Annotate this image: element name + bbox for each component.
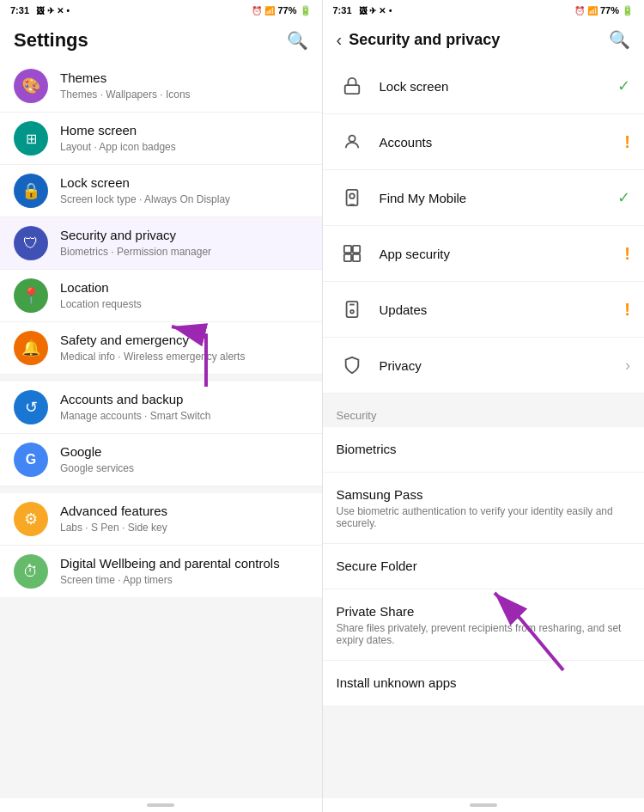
settings-panel: 7:31 🖼 ✈ ✕ • ⏰ 📶 77% 🔋 Settings 🔍 🎨 Them… bbox=[0, 0, 323, 812]
security-icon: 🛡 bbox=[14, 226, 48, 260]
private-share-text: Private Share Share files privately, pre… bbox=[337, 603, 631, 647]
sec-privacy-indicator: › bbox=[625, 357, 630, 375]
secure-folder-text: Secure Folder bbox=[337, 558, 631, 575]
battery-left: 77% bbox=[277, 5, 296, 15]
battery-icon-right: 🔋 bbox=[622, 5, 634, 16]
digital-wellbeing-text: Digital Wellbeing and parental controls … bbox=[60, 555, 308, 587]
home-screen-title: Home screen bbox=[60, 122, 308, 139]
settings-item-accounts[interactable]: ↺ Accounts and backup Manage accounts · … bbox=[0, 382, 322, 434]
sec-updates-title: Updates bbox=[380, 302, 618, 317]
safety-text: Safety and emergency Medical info · Wire… bbox=[60, 332, 308, 363]
settings-item-home-screen[interactable]: ⊞ Home screen Layout · App icon badges bbox=[0, 113, 322, 165]
advanced-subtitle: Labs · S Pen · Side key bbox=[60, 522, 308, 535]
settings-item-google[interactable]: G Google Google services bbox=[0, 434, 322, 486]
sec-find-indicator: ✓ bbox=[617, 188, 630, 207]
accounts-subtitle: Manage accounts · Smart Switch bbox=[60, 410, 308, 424]
safety-icon: 🔔 bbox=[14, 331, 48, 365]
security-group-status: Lock screen ✓ Accounts ! bbox=[323, 58, 645, 394]
location-icon: 📍 bbox=[14, 278, 48, 313]
time-right: 7:31 bbox=[333, 5, 352, 15]
settings-list: 🎨 Themes Themes · Wallpapers · Icons ⊞ H… bbox=[0, 60, 322, 798]
settings-item-advanced[interactable]: ⚙ Advanced features Labs · S Pen · Side … bbox=[0, 493, 322, 546]
settings-item-lock-screen[interactable]: 🔒 Lock screen Screen lock type · Always … bbox=[0, 165, 322, 217]
sec-find-title: Find My Mobile bbox=[380, 191, 611, 205]
location-title: Location bbox=[60, 279, 308, 296]
security-item-app-security[interactable]: App security ! bbox=[323, 226, 645, 282]
security-item-updates[interactable]: Updates ! bbox=[323, 282, 645, 338]
security-title: Security and privacy bbox=[349, 31, 500, 49]
samsung-pass-text: Samsung Pass Use biometric authenticatio… bbox=[337, 486, 631, 530]
sec-accounts-indicator: ! bbox=[624, 132, 630, 152]
security-subtitle: Biometrics · Permission manager bbox=[60, 246, 308, 259]
security-item-unknown-apps[interactable]: Install unknown apps bbox=[323, 661, 645, 705]
sec-privacy-title: Privacy bbox=[380, 358, 619, 373]
location-text: Location Location requests bbox=[60, 279, 308, 311]
security-item-samsung-pass[interactable]: Samsung Pass Use biometric authenticatio… bbox=[323, 473, 645, 545]
unknown-apps-text: Install unknown apps bbox=[337, 675, 631, 692]
dot-indicator: • bbox=[67, 6, 70, 15]
sec-lock-title: Lock screen bbox=[380, 79, 611, 94]
home-screen-subtitle: Layout · App icon badges bbox=[60, 141, 308, 155]
security-item-secure-folder[interactable]: Secure Folder bbox=[323, 544, 645, 589]
samsung-pass-title: Samsung Pass bbox=[337, 486, 631, 504]
alarm-icon-right: ⏰ bbox=[574, 6, 585, 15]
status-right-right: ⏰ 📶 77% 🔋 bbox=[574, 5, 634, 16]
status-time-right: 7:31 🖼 ✈ ✕ • bbox=[333, 5, 392, 15]
home-screen-icon: ⊞ bbox=[14, 121, 48, 156]
lock-screen-icon: 🔒 bbox=[14, 174, 48, 208]
sec-lock-indicator: ✓ bbox=[617, 76, 630, 95]
status-icons-right: 🖼 ✈ ✕ bbox=[359, 6, 386, 15]
settings-item-digital-wellbeing[interactable]: ⏱ Digital Wellbeing and parental control… bbox=[0, 546, 322, 597]
safety-title: Safety and emergency bbox=[60, 332, 308, 349]
security-section-label: Security bbox=[323, 400, 645, 427]
google-title: Google bbox=[60, 443, 308, 461]
divider-1 bbox=[0, 375, 322, 382]
status-bar-left: 7:31 🖼 ✈ ✕ • ⏰ 📶 77% 🔋 bbox=[0, 0, 322, 21]
security-group-biometrics: Biometrics Samsung Pass Use biometric au… bbox=[323, 427, 645, 705]
svg-point-10 bbox=[350, 310, 354, 314]
themes-title: Themes bbox=[60, 70, 308, 87]
settings-item-safety[interactable]: 🔔 Safety and emergency Medical info · Wi… bbox=[0, 322, 322, 375]
settings-group-main: 🎨 Themes Themes · Wallpapers · Icons ⊞ H… bbox=[0, 60, 322, 597]
digital-wellbeing-icon: ⏱ bbox=[14, 554, 48, 589]
security-item-find-mobile[interactable]: Find My Mobile ✓ bbox=[323, 170, 645, 226]
advanced-icon: ⚙ bbox=[14, 502, 48, 536]
scroll-indicator-right bbox=[323, 798, 645, 812]
private-share-title: Private Share bbox=[337, 603, 631, 620]
back-button[interactable]: ‹ bbox=[337, 30, 343, 50]
alarm-icon: ⏰ bbox=[252, 6, 262, 15]
digital-wellbeing-subtitle: Screen time · App timers bbox=[60, 574, 308, 588]
settings-item-themes[interactable]: 🎨 Themes Themes · Wallpapers · Icons bbox=[0, 60, 322, 113]
header-left: ‹ Security and privacy bbox=[337, 30, 501, 50]
security-title: Security and privacy bbox=[60, 227, 308, 244]
sec-app-indicator: ! bbox=[624, 244, 630, 264]
wifi-icon-right: 📶 bbox=[587, 6, 598, 15]
accounts-icon: ↺ bbox=[14, 390, 48, 424]
svg-rect-8 bbox=[352, 254, 359, 261]
settings-item-location[interactable]: 📍 Location Location requests bbox=[0, 270, 322, 322]
settings-item-security[interactable]: 🛡 Security and privacy Biometrics · Perm… bbox=[0, 217, 322, 270]
divider-2 bbox=[0, 486, 322, 493]
advanced-title: Advanced features bbox=[60, 503, 308, 520]
svg-rect-1 bbox=[344, 85, 359, 94]
security-text: Security and privacy Biometrics · Permis… bbox=[60, 227, 308, 259]
themes-subtitle: Themes · Wallpapers · Icons bbox=[60, 89, 308, 102]
security-item-lock-screen[interactable]: Lock screen ✓ bbox=[323, 58, 645, 114]
google-icon: G bbox=[14, 443, 48, 477]
home-screen-text: Home screen Layout · App icon badges bbox=[60, 122, 308, 154]
settings-search-icon[interactable]: 🔍 bbox=[287, 30, 308, 51]
security-item-accounts[interactable]: Accounts ! bbox=[323, 114, 645, 170]
security-item-private-share[interactable]: Private Share Share files privately, pre… bbox=[323, 589, 645, 662]
svg-rect-5 bbox=[343, 246, 350, 253]
security-search-icon[interactable]: 🔍 bbox=[609, 29, 630, 50]
samsung-pass-subtitle: Use biometric authentication to verify y… bbox=[337, 505, 631, 529]
dot-right: • bbox=[389, 6, 392, 15]
secure-folder-title: Secure Folder bbox=[337, 558, 631, 575]
settings-header: Settings 🔍 bbox=[0, 21, 322, 60]
security-list: Lock screen ✓ Accounts ! bbox=[323, 58, 645, 798]
unknown-apps-title: Install unknown apps bbox=[337, 675, 631, 692]
themes-text: Themes Themes · Wallpapers · Icons bbox=[60, 70, 308, 101]
security-item-biometrics[interactable]: Biometrics bbox=[323, 427, 645, 473]
security-item-privacy[interactable]: Privacy › bbox=[323, 338, 645, 394]
security-header: ‹ Security and privacy 🔍 bbox=[323, 21, 645, 58]
